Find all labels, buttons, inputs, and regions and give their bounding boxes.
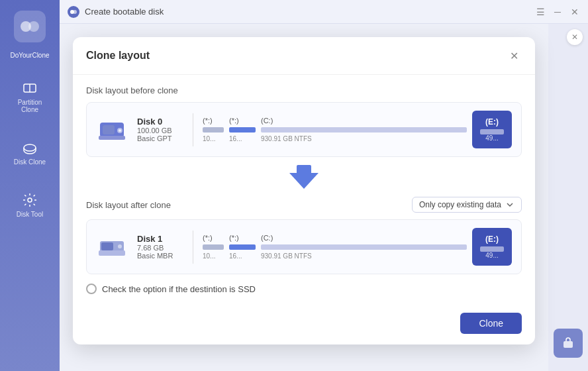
- modal-overlay: Clone layout ✕ Disk layout before clone: [60, 24, 548, 371]
- source-partition-2: (*:) 16...: [229, 117, 256, 142]
- modal-title: Clone layout: [86, 50, 150, 62]
- svg-point-1: [28, 21, 39, 32]
- titlebar-text: Create bootable disk: [85, 7, 530, 17]
- dest-partition-e: (E:) 49...: [472, 228, 512, 266]
- sidebar-item-disk-tool[interactable]: Disk Tool: [5, 187, 55, 223]
- svg-rect-8: [564, 341, 573, 348]
- source-disk-name: Disk 0: [137, 117, 183, 127]
- minimize-btn[interactable]: ─: [552, 7, 563, 17]
- after-clone-header: Disk layout after clone Only copy existi…: [86, 197, 522, 213]
- modal-close-btn[interactable]: ✕: [506, 48, 522, 64]
- svg-rect-12: [99, 136, 125, 140]
- before-clone-label: Disk layout before clone: [86, 85, 522, 95]
- ssd-option: Check the option if the destintion is SS…: [86, 284, 522, 294]
- svg-point-18: [118, 244, 122, 248]
- titlebar-logo: [68, 6, 79, 18]
- svg-point-4: [24, 144, 36, 151]
- app-logo: [14, 11, 46, 42]
- dest-partition-c: (C:) 930.91 GB NTFS: [261, 234, 467, 260]
- sidebar-item-label: Partition Clone: [10, 99, 50, 113]
- modal-footer: Clone: [73, 305, 535, 344]
- close-btn[interactable]: ✕: [569, 7, 580, 17]
- bg-panel: ✕: [548, 24, 588, 371]
- ssd-label: Check the option if the destintion is SS…: [102, 284, 256, 294]
- svg-rect-16: [101, 242, 113, 250]
- source-disk-icon: [96, 117, 128, 143]
- titlebar-controls: ☰ ─ ✕: [535, 7, 580, 17]
- dest-disk-name: Disk 1: [137, 234, 183, 244]
- sidebar-item-label: Disk Tool: [17, 211, 43, 218]
- source-disk-type: Basic GPT: [137, 134, 183, 142]
- sidebar-item-label: Disk Clone: [14, 158, 46, 166]
- source-partitions: (*:) 10... (*:) 16... (C:) 930.91: [203, 111, 512, 148]
- source-disk-size: 100.00 GB: [137, 127, 183, 134]
- clone-layout-modal: Clone layout ✕ Disk layout before clone: [73, 37, 535, 344]
- dest-disk-info: Disk 1 7.68 GB Basic MBR: [137, 234, 183, 260]
- dest-partition-2: (*:) 16...: [229, 234, 256, 260]
- dest-disk-divider: [193, 231, 193, 264]
- source-partition-1: (*:) 10...: [203, 117, 224, 142]
- title-bar: Create bootable disk ☰ ─ ✕: [60, 0, 588, 24]
- dest-disk-card: Disk 1 7.68 GB Basic MBR (*:) 10... (*:): [86, 219, 522, 274]
- source-partition-e: (E:) 49...: [472, 111, 512, 148]
- menu-btn[interactable]: ☰: [535, 7, 546, 17]
- dest-partitions: (*:) 10... (*:) 16... (C:) 930.91: [203, 228, 512, 266]
- svg-rect-11: [103, 125, 115, 134]
- clone-button[interactable]: Clone: [460, 313, 522, 334]
- source-disk-info: Disk 0 100.00 GB Basic GPT: [137, 117, 183, 142]
- svg-rect-17: [99, 250, 125, 256]
- modal-body: Disk layout before clone: [73, 75, 535, 305]
- copy-mode-dropdown[interactable]: Only copy existing data: [412, 197, 522, 213]
- ssd-checkbox[interactable]: [86, 284, 97, 294]
- sidebar-item-partition-clone[interactable]: Partition Clone: [5, 75, 55, 119]
- modal-header: Clone layout ✕: [73, 37, 535, 75]
- copy-mode-value: Only copy existing data: [419, 200, 501, 209]
- dest-disk-icon: [96, 234, 128, 260]
- dest-partition-1: (*:) 10...: [203, 234, 224, 260]
- sidebar-brand: DoYourClone: [10, 52, 49, 59]
- sidebar: DoYourClone Partition Clone Disk Clone D…: [0, 0, 60, 371]
- dest-disk-size: 7.68 GB: [137, 244, 183, 252]
- svg-point-7: [73, 10, 77, 14]
- disk-divider: [193, 113, 193, 146]
- source-partition-c: (C:) 930.91 GB NTFS: [261, 117, 467, 142]
- clone-arrow: [86, 157, 522, 197]
- svg-point-5: [28, 198, 32, 202]
- bg-action-btn[interactable]: [554, 329, 583, 358]
- svg-point-14: [119, 129, 121, 132]
- main-area: Create bootable disk ☰ ─ ✕ ✕ Clone layou…: [60, 0, 588, 371]
- sidebar-item-disk-clone[interactable]: Disk Clone: [5, 134, 55, 171]
- source-disk-card: Disk 0 100.00 GB Basic GPT (*:) 10... (*…: [86, 102, 522, 157]
- bg-close-btn[interactable]: ✕: [567, 29, 583, 45]
- after-clone-label: Disk layout after clone: [86, 200, 171, 210]
- dest-disk-type: Basic MBR: [137, 252, 183, 260]
